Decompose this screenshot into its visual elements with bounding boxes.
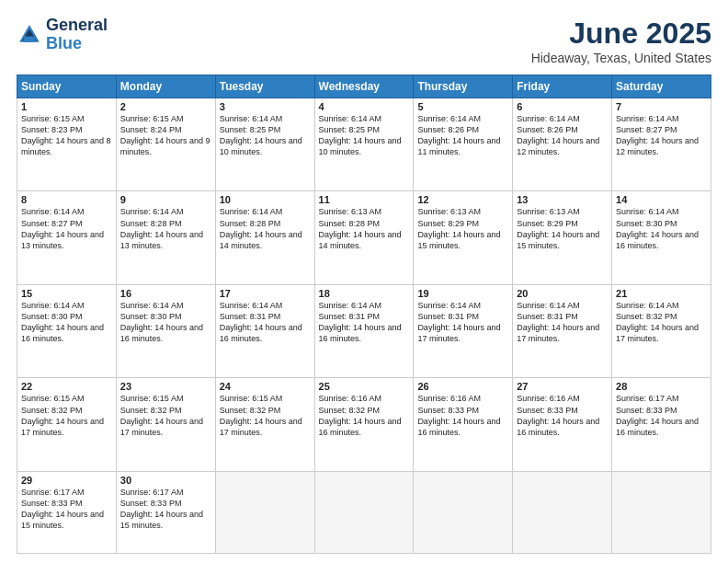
table-row: 18Sunrise: 6:14 AMSunset: 8:31 PMDayligh… [314, 284, 414, 377]
table-row: 23Sunrise: 6:15 AMSunset: 8:32 PMDayligh… [116, 378, 215, 471]
table-row: 21Sunrise: 6:14 AMSunset: 8:32 PMDayligh… [612, 284, 711, 377]
svg-rect-2 [24, 36, 35, 41]
table-row: 12Sunrise: 6:13 AMSunset: 8:29 PMDayligh… [414, 191, 513, 284]
table-row: 29Sunrise: 6:17 AMSunset: 8:33 PMDayligh… [17, 471, 117, 553]
week-row-3: 15Sunrise: 6:14 AMSunset: 8:30 PMDayligh… [17, 284, 711, 377]
table-row: 19Sunrise: 6:14 AMSunset: 8:31 PMDayligh… [414, 284, 513, 377]
table-row: 1Sunrise: 6:15 AMSunset: 8:23 PMDaylight… [17, 98, 117, 191]
table-row: 30Sunrise: 6:17 AMSunset: 8:33 PMDayligh… [116, 471, 215, 553]
table-row: 28Sunrise: 6:17 AMSunset: 8:33 PMDayligh… [612, 378, 711, 471]
table-row [215, 471, 314, 553]
calendar-header-row: Sunday Monday Tuesday Wednesday Thursday… [17, 75, 711, 98]
page: General Blue June 2025 Hideaway, Texas, … [0, 0, 728, 563]
table-row: 8Sunrise: 6:14 AMSunset: 8:27 PMDaylight… [17, 191, 117, 284]
col-thursday: Thursday [414, 75, 513, 98]
table-row: 11Sunrise: 6:13 AMSunset: 8:28 PMDayligh… [314, 191, 414, 284]
table-row: 16Sunrise: 6:14 AMSunset: 8:30 PMDayligh… [116, 284, 215, 377]
table-row: 17Sunrise: 6:14 AMSunset: 8:31 PMDayligh… [215, 284, 314, 377]
table-row: 27Sunrise: 6:16 AMSunset: 8:33 PMDayligh… [513, 378, 612, 471]
month-title: June 2025 [531, 17, 711, 51]
table-row: 22Sunrise: 6:15 AMSunset: 8:32 PMDayligh… [17, 378, 117, 471]
calendar-table: Sunday Monday Tuesday Wednesday Thursday… [17, 75, 711, 554]
table-row: 3Sunrise: 6:14 AMSunset: 8:25 PMDaylight… [215, 98, 314, 191]
table-row: 7Sunrise: 6:14 AMSunset: 8:27 PMDaylight… [612, 98, 711, 191]
table-row: 9Sunrise: 6:14 AMSunset: 8:28 PMDaylight… [116, 191, 215, 284]
location: Hideaway, Texas, United States [531, 51, 711, 65]
week-row-5: 29Sunrise: 6:17 AMSunset: 8:33 PMDayligh… [17, 471, 711, 553]
col-tuesday: Tuesday [215, 75, 314, 98]
table-row: 20Sunrise: 6:14 AMSunset: 8:31 PMDayligh… [513, 284, 612, 377]
col-saturday: Saturday [612, 75, 711, 98]
table-row: 24Sunrise: 6:15 AMSunset: 8:32 PMDayligh… [215, 378, 314, 471]
logo-blue: Blue [46, 35, 108, 53]
week-row-2: 8Sunrise: 6:14 AMSunset: 8:27 PMDaylight… [17, 191, 711, 284]
title-block: June 2025 Hideaway, Texas, United States [531, 17, 711, 65]
table-row: 14Sunrise: 6:14 AMSunset: 8:30 PMDayligh… [612, 191, 711, 284]
table-row: 6Sunrise: 6:14 AMSunset: 8:26 PMDaylight… [513, 98, 612, 191]
col-sunday: Sunday [17, 75, 117, 98]
table-row: 13Sunrise: 6:13 AMSunset: 8:29 PMDayligh… [513, 191, 612, 284]
header: General Blue June 2025 Hideaway, Texas, … [17, 17, 711, 65]
col-friday: Friday [513, 75, 612, 98]
table-row: 26Sunrise: 6:16 AMSunset: 8:33 PMDayligh… [414, 378, 513, 471]
logo-general: General [46, 17, 108, 35]
table-row: 5Sunrise: 6:14 AMSunset: 8:26 PMDaylight… [414, 98, 513, 191]
week-row-4: 22Sunrise: 6:15 AMSunset: 8:32 PMDayligh… [17, 378, 711, 471]
logo-icon [17, 22, 42, 48]
table-row [612, 471, 711, 553]
table-row [414, 471, 513, 553]
table-row: 15Sunrise: 6:14 AMSunset: 8:30 PMDayligh… [17, 284, 117, 377]
table-row: 25Sunrise: 6:16 AMSunset: 8:32 PMDayligh… [314, 378, 414, 471]
table-row [513, 471, 612, 553]
table-row: 2Sunrise: 6:15 AMSunset: 8:24 PMDaylight… [116, 98, 215, 191]
table-row [314, 471, 414, 553]
logo: General Blue [17, 17, 108, 53]
col-monday: Monday [116, 75, 215, 98]
table-row: 4Sunrise: 6:14 AMSunset: 8:25 PMDaylight… [314, 98, 414, 191]
week-row-1: 1Sunrise: 6:15 AMSunset: 8:23 PMDaylight… [17, 98, 711, 191]
table-row: 10Sunrise: 6:14 AMSunset: 8:28 PMDayligh… [215, 191, 314, 284]
col-wednesday: Wednesday [314, 75, 414, 98]
